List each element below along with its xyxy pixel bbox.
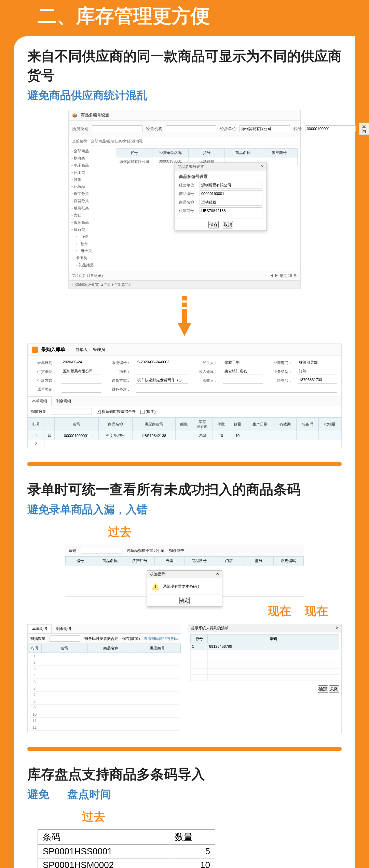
lbl-trackno: 跟单号： xyxy=(268,378,292,383)
tree-node[interactable]: 电子商品 xyxy=(71,162,110,169)
tree-node[interactable]: 化妆品 xyxy=(71,183,110,190)
cb-zero[interactable] xyxy=(140,410,145,414)
val-mode[interactable]: 机车快递邮先发货写作（Q xyxy=(136,377,188,384)
tree-node[interactable]: 全部商品 xyxy=(71,148,110,155)
close-icon[interactable]: ✕ xyxy=(216,572,219,577)
val-handler[interactable]: 张蒙于副 xyxy=(223,359,263,366)
scan-input[interactable] xyxy=(50,635,80,642)
list-row[interactable]: 12 xyxy=(30,724,179,731)
cell: 生姜草泡粉 xyxy=(98,431,133,440)
tree-node[interactable]: 百货分类 xyxy=(71,197,110,205)
table-row: SP0001HSM0002 10 xyxy=(38,858,215,868)
val-pay[interactable] xyxy=(62,377,101,384)
close-icon[interactable]: ✕ xyxy=(336,626,339,631)
barcode-close-button[interactable]: 关闭 xyxy=(329,685,339,693)
scan-input[interactable] xyxy=(51,408,92,415)
barcode-row[interactable]: 1 69123456789 xyxy=(191,643,339,650)
tree-node[interactable]: · 卡牌类 xyxy=(71,254,110,262)
filter-toolbar: 所属类别 经营机构 经营单位 代号 查询 xyxy=(69,121,300,137)
col: 专卖 xyxy=(155,557,184,565)
val-src[interactable] xyxy=(62,386,101,393)
tree-node[interactable]: 服装鞋类 xyxy=(71,205,110,212)
tree-node[interactable]: · 白银 xyxy=(71,233,110,240)
tree-node[interactable]: 女鞋 xyxy=(71,212,110,219)
tree-node[interactable]: 服装商品 xyxy=(71,219,110,226)
barcode-row[interactable] xyxy=(191,669,339,675)
inp-code[interactable] xyxy=(81,547,122,554)
past-label-3: 过去 xyxy=(82,809,342,825)
status-bar: 币25582(0+970) ▲^^3 ▼^^3 总^^3 xyxy=(69,280,300,289)
inp-supp-no[interactable] xyxy=(200,207,262,214)
inp-unit[interactable] xyxy=(240,125,290,132)
inp-unit-name[interactable] xyxy=(200,182,262,188)
inp-org[interactable] xyxy=(166,125,216,132)
modal-save-button[interactable]: 保存 xyxy=(208,221,219,228)
tab-detail[interactable]: 本单明细 xyxy=(28,624,52,633)
barcode-row[interactable] xyxy=(191,675,339,681)
tree-node[interactable]: 休闲类 xyxy=(71,169,110,176)
val-ref[interactable] xyxy=(136,368,188,375)
val-dept[interactable]: 核算引导部 xyxy=(298,359,337,366)
barcode-row[interactable] xyxy=(191,650,339,656)
list-row[interactable]: 6 xyxy=(30,685,179,692)
tree-node[interactable]: · 电子类 xyxy=(71,247,110,254)
col-barcode: 条码 xyxy=(208,635,339,643)
cell[interactable]: ☑ xyxy=(44,431,55,440)
list-row[interactable]: 2 xyxy=(30,659,179,666)
inp-category[interactable] xyxy=(92,125,142,132)
tree-node[interactable]: 日百类 xyxy=(71,226,110,233)
tree-node[interactable]: · 配件 xyxy=(71,240,110,248)
tree-node[interactable]: 珠宝分类 xyxy=(71,190,110,197)
lbl-checker: 验收人： xyxy=(194,378,218,383)
tree-node[interactable]: 物流类 xyxy=(71,155,110,162)
list-row[interactable]: 1 xyxy=(30,653,179,659)
lbl-payacc: 财务备注： xyxy=(106,387,131,392)
list-row[interactable]: 7 xyxy=(30,692,179,698)
barcode-row[interactable] xyxy=(191,656,339,662)
btn-search[interactable]: 查询 xyxy=(359,123,369,135)
tree-node[interactable]: 腰带 xyxy=(71,176,110,183)
val-checker[interactable] xyxy=(223,377,263,384)
val-inwh[interactable]: 惠安镇门店仓 xyxy=(223,368,263,375)
list-row[interactable]: 4 xyxy=(30,672,179,679)
barcode-ok-button[interactable]: 确定 xyxy=(318,685,328,693)
tab-remain[interactable]: 剩余明细 xyxy=(52,396,76,406)
list-row[interactable]: 8 xyxy=(30,698,179,705)
val-trackno[interactable]: 13796531733 xyxy=(298,377,337,384)
data-row[interactable]: 2 xyxy=(28,440,341,448)
list-row[interactable]: 3 xyxy=(30,666,179,672)
cell: 1 xyxy=(28,431,44,440)
lbl-prod-code: 商品编号 xyxy=(179,191,200,196)
close-icon[interactable]: ✕ xyxy=(261,164,264,169)
barcode-row[interactable] xyxy=(191,662,339,669)
inp-code[interactable] xyxy=(305,125,356,132)
now-label-2: 现在 xyxy=(305,603,328,619)
lbl-unit-name: 经营单位 xyxy=(179,183,200,188)
inp-prod-code[interactable] xyxy=(200,190,262,197)
list-row[interactable]: 5 xyxy=(30,679,179,685)
val-payacc[interactable] xyxy=(136,386,337,393)
list-row[interactable]: 9 xyxy=(30,705,179,711)
cell: 纯编 xyxy=(192,431,213,440)
cell: HBS79842138 xyxy=(133,431,176,440)
list-row[interactable]: 11 xyxy=(30,718,179,724)
tree-node[interactable]: 礼品赠品 xyxy=(71,262,110,269)
col-name: 商品名称 xyxy=(225,149,261,157)
tab-detail[interactable]: 本单明细 xyxy=(28,396,52,406)
inp-prod-name[interactable] xyxy=(200,199,262,206)
category-tree[interactable]: 全部商品 物流类 电子商品 休闲类 腰带 化妆品 珠宝分类 百货分类 服装鞋类 … xyxy=(69,145,113,271)
data-row[interactable]: 1 ☑ 000001900001 生姜草泡粉 HBS79842138 纯编 10… xyxy=(28,431,341,440)
pager-right[interactable]: ◀ ▶ 每页 15 条 xyxy=(270,273,297,278)
val-supplier[interactable]: 源钊贸易有限公司 xyxy=(62,368,101,375)
val-biztype[interactable]: 订补 xyxy=(298,368,337,375)
modal-cancel-button[interactable]: 取消 xyxy=(223,221,233,228)
tab-remain[interactable]: 剩余明细 xyxy=(52,624,76,633)
alert-ok-button[interactable]: 确定 xyxy=(179,597,190,604)
lbl-inwh: 收入仓库： xyxy=(194,369,218,374)
cb-merge[interactable] xyxy=(97,410,101,414)
cell: 源钊贸易有限公司 xyxy=(116,157,152,166)
view-link[interactable]: 查看扫码商品的条码 xyxy=(144,636,178,641)
list-row[interactable]: 10 xyxy=(30,711,179,718)
purchase-entry-form: 采购入库单 制单人： 管理员 录单日期： 2020-06-24 系统编号： 5-… xyxy=(27,344,342,448)
val-date[interactable]: 2020-06-24 xyxy=(62,359,101,366)
